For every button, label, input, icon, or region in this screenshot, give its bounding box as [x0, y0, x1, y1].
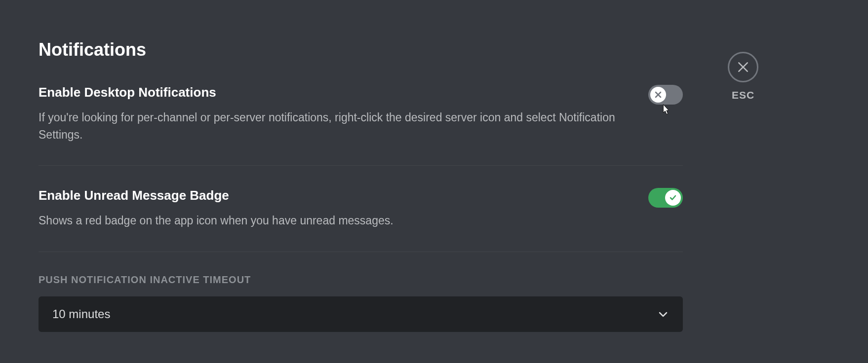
close-button[interactable]: ESC: [728, 52, 758, 101]
close-circle: [728, 52, 758, 82]
x-icon: [655, 91, 662, 98]
divider: [39, 165, 683, 166]
select-push-timeout[interactable]: 10 minutes: [39, 296, 683, 332]
divider: [39, 252, 683, 252]
setting-title-desktop-notifications: Enable Desktop Notifications: [39, 85, 629, 100]
page-title: Notifications: [39, 39, 691, 60]
toggle-desktop-notifications[interactable]: [648, 85, 683, 105]
setting-row-unread-badge: Enable Unread Message Badge Shows a red …: [39, 188, 683, 229]
select-value-push-timeout: 10 minutes: [52, 307, 110, 321]
setting-row-desktop-notifications: Enable Desktop Notifications If you're l…: [39, 85, 683, 143]
close-label: ESC: [732, 89, 754, 101]
setting-description-desktop-notifications: If you're looking for per-channel or per…: [39, 109, 629, 143]
close-icon: [737, 61, 750, 73]
check-icon: [669, 194, 677, 202]
section-label-push-timeout: PUSH NOTIFICATION INACTIVE TIMEOUT: [39, 274, 691, 286]
setting-description-unread-badge: Shows a red badge on the app icon when y…: [39, 212, 629, 229]
toggle-unread-badge[interactable]: [648, 188, 683, 208]
chevron-down-icon: [657, 308, 669, 320]
setting-title-unread-badge: Enable Unread Message Badge: [39, 188, 629, 203]
toggle-knob-on: [665, 190, 681, 206]
toggle-knob-off: [650, 87, 666, 103]
